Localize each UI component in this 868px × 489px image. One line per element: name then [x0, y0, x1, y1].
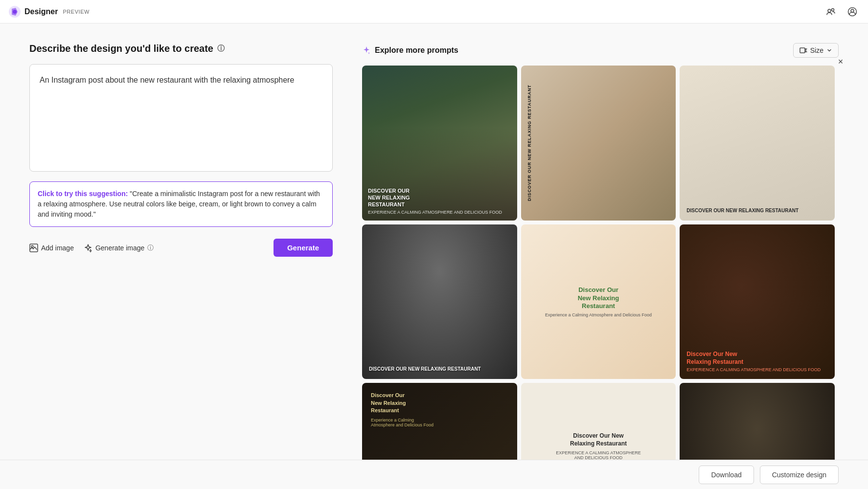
- bottom-actions: Download Customize design: [699, 466, 839, 484]
- design-card-4[interactable]: DISCOVER OUR NEW RELAXING RESTAURANT: [362, 224, 517, 379]
- add-image-button[interactable]: Add image: [29, 242, 74, 254]
- add-image-icon: [29, 244, 38, 252]
- card-4-title: DISCOVER OUR NEW RELAXING RESTAURANT: [369, 366, 510, 372]
- bottom-bar: Download Customize design: [0, 460, 868, 489]
- suggestion-text: Click to try this suggestion: "Create a …: [38, 189, 324, 220]
- info-icon[interactable]: ⓘ: [217, 44, 225, 53]
- account-icon: [847, 7, 857, 17]
- card-7-subtitle: Experience a CalmingAtmosphere and Delic…: [371, 418, 508, 427]
- sparkle-icon: [362, 46, 371, 55]
- share-icon-btn[interactable]: [823, 4, 839, 20]
- add-image-label: Add image: [41, 244, 74, 252]
- preview-badge: PREVIEW: [63, 9, 90, 15]
- design-card-5[interactable]: Discover OurNew RelaxingRestaurant Exper…: [521, 224, 676, 379]
- design-card-3[interactable]: DISCOVER OUR NEW RELAXING RESTAURANT: [680, 66, 835, 221]
- left-content: Describe the design you'd like to create…: [29, 43, 333, 257]
- app-logo: Designer: [8, 5, 58, 19]
- design-card-9[interactable]: [680, 383, 835, 469]
- prompt-textarea[interactable]: [29, 64, 333, 172]
- section-title-text: Describe the design you'd like to create: [29, 43, 213, 54]
- card-9-overlay: [680, 383, 835, 469]
- size-button[interactable]: Size: [793, 43, 839, 58]
- card-1-subtitle: EXPERIENCE A CALMING ATMOSPHERE AND DELI…: [368, 210, 511, 215]
- design-card-2[interactable]: DISCOVER OUR NEW RELAXING RESTAURANT: [521, 66, 676, 221]
- generate-image-button[interactable]: Generate image ⓘ: [84, 242, 154, 254]
- customize-button[interactable]: Customize design: [760, 466, 839, 484]
- toolbar: Add image Generate image ⓘ Generate: [29, 237, 333, 257]
- download-button[interactable]: Download: [699, 466, 754, 484]
- design-card-8[interactable]: Discover Our NewRelaxing Restaurant EXPE…: [521, 383, 676, 469]
- explore-title-text: Explore more prompts: [375, 46, 458, 55]
- explore-title: Explore more prompts: [362, 46, 458, 55]
- section-title: Describe the design you'd like to create…: [29, 43, 333, 54]
- topnav-right: [823, 4, 860, 20]
- card-8-sub: EXPERIENCE A CALMING ATMOSPHEREAND DELIC…: [556, 450, 640, 460]
- svg-point-2: [828, 9, 831, 12]
- resize-icon: [799, 46, 807, 54]
- card-5-subtitle: Experience a Calming Atmosphere and Deli…: [545, 312, 652, 317]
- suggestion-label[interactable]: Click to try this suggestion:: [38, 190, 128, 198]
- design-card-6[interactable]: Discover Our NewRelaxing Restaurant EXPE…: [680, 224, 835, 379]
- card-8-overlay: Discover Our NewRelaxing Restaurant EXPE…: [521, 383, 676, 469]
- card-5-overlay: Discover OurNew RelaxingRestaurant Exper…: [521, 224, 676, 379]
- card-1-overlay: Discover OurNew RelaxingRestaurant EXPER…: [362, 66, 517, 221]
- design-grid-container: Discover OurNew RelaxingRestaurant EXPER…: [362, 66, 839, 469]
- right-panel: Explore more prompts Size: [362, 43, 839, 469]
- generate-image-icon: [84, 244, 92, 252]
- card-2-title: DISCOVER OUR NEW RELAXING RESTAURANT: [527, 85, 532, 201]
- design-card-7[interactable]: Discover OurNew RelaxingRestaurant Exper…: [362, 383, 517, 469]
- svg-point-1: [13, 10, 17, 14]
- svg-point-3: [832, 8, 834, 11]
- designer-logo-icon: [8, 5, 22, 19]
- main-container: Describe the design you'd like to create…: [0, 23, 868, 489]
- app-name: Designer: [24, 7, 58, 16]
- card-8-title: Discover Our NewRelaxing Restaurant: [570, 432, 627, 447]
- suggestion-box[interactable]: Click to try this suggestion: "Create a …: [29, 181, 333, 227]
- card-4-overlay: DISCOVER OUR NEW RELAXING RESTAURANT: [362, 224, 517, 379]
- right-header: Explore more prompts Size: [362, 43, 839, 58]
- account-icon-btn[interactable]: [845, 4, 860, 20]
- card-6-overlay: Discover Our NewRelaxing Restaurant EXPE…: [680, 224, 835, 379]
- design-grid: Discover OurNew RelaxingRestaurant EXPER…: [362, 66, 839, 469]
- card-2-overlay: DISCOVER OUR NEW RELAXING RESTAURANT: [521, 66, 676, 221]
- card-1-title: Discover OurNew RelaxingRestaurant: [368, 187, 511, 208]
- card-3-overlay: DISCOVER OUR NEW RELAXING RESTAURANT: [680, 66, 835, 221]
- topnav-left: Designer PREVIEW: [8, 5, 90, 19]
- chevron-down-icon: [826, 47, 832, 53]
- left-panel: Describe the design you'd like to create…: [29, 43, 333, 469]
- svg-rect-8: [800, 48, 805, 53]
- card-7-overlay: Discover OurNew RelaxingRestaurant Exper…: [362, 383, 517, 469]
- card-5-title: Discover OurNew RelaxingRestaurant: [578, 286, 619, 311]
- card-6-subtitle: EXPERIENCE A CALMING ATMOSPHERE AND DELI…: [686, 367, 828, 372]
- close-button[interactable]: ×: [833, 54, 848, 69]
- svg-point-5: [851, 9, 854, 12]
- card-6-title: Discover Our NewRelaxing Restaurant: [686, 351, 828, 366]
- design-card-1[interactable]: Discover OurNew RelaxingRestaurant EXPER…: [362, 66, 517, 221]
- card-3-title: DISCOVER OUR NEW RELAXING RESTAURANT: [686, 207, 828, 214]
- generate-image-label: Generate image: [95, 244, 144, 252]
- generate-button[interactable]: Generate: [274, 239, 333, 257]
- share-icon: [826, 7, 836, 17]
- topnav: Designer PREVIEW: [0, 0, 868, 23]
- size-label: Size: [810, 46, 823, 54]
- toolbar-left: Add image Generate image ⓘ: [29, 242, 154, 254]
- generate-info-icon[interactable]: ⓘ: [147, 244, 154, 252]
- card-7-title: Discover OurNew RelaxingRestaurant: [371, 392, 508, 414]
